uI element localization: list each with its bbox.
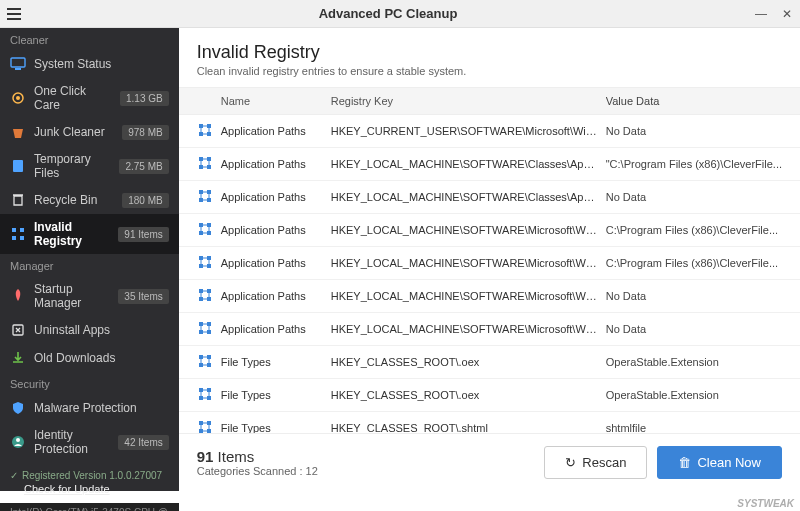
row-name: Application Paths: [221, 257, 331, 269]
shield-icon: [10, 400, 26, 416]
table-header: Name Registry Key Value Data: [179, 87, 800, 115]
section-manager: Manager: [0, 254, 179, 276]
minimize-button[interactable]: —: [748, 0, 774, 28]
sidebar-item-invalid-registry[interactable]: Invalid Registry 91 Items: [0, 214, 179, 254]
table-row[interactable]: Application PathsHKEY_CURRENT_USER\SOFTW…: [179, 115, 800, 148]
row-name: Application Paths: [221, 191, 331, 203]
nav-badge: 2.75 MB: [119, 159, 168, 174]
nav-badge: 35 Items: [118, 289, 168, 304]
svg-rect-7: [12, 236, 16, 240]
row-name: File Types: [221, 356, 331, 368]
table-row[interactable]: File TypesHKEY_CLASSES_ROOT\.oexOperaSta…: [179, 379, 800, 412]
sidebar-item-old-downloads[interactable]: Old Downloads: [0, 344, 179, 372]
registry-icon: [197, 254, 221, 272]
row-name: Application Paths: [221, 323, 331, 335]
svg-rect-35: [207, 297, 211, 301]
svg-rect-39: [207, 330, 211, 334]
nav-label: Recycle Bin: [34, 193, 114, 207]
row-value: OperaStable.Extension: [606, 389, 782, 401]
nav-label: Invalid Registry: [34, 220, 110, 248]
table-row[interactable]: File TypesHKEY_CLASSES_ROOT\.oexOperaSta…: [179, 346, 800, 379]
registry-icon: [197, 386, 221, 404]
svg-rect-49: [207, 421, 211, 425]
svg-rect-32: [199, 289, 203, 293]
nav-label: Startup Manager: [34, 282, 110, 310]
items-count: 91 Items: [197, 448, 535, 465]
registry-icon: [197, 122, 221, 140]
row-value: No Data: [606, 323, 782, 335]
registry-icon: [10, 226, 26, 242]
sidebar-item-recycle-bin[interactable]: Recycle Bin 180 MB: [0, 186, 179, 214]
close-button[interactable]: ✕: [774, 0, 800, 28]
svg-rect-22: [199, 198, 203, 202]
download-icon: [10, 350, 26, 366]
nav-label: One Click Care: [34, 84, 112, 112]
table-row[interactable]: Application PathsHKEY_LOCAL_MACHINE\SOFT…: [179, 148, 800, 181]
rescan-button[interactable]: ↻ Rescan: [544, 446, 647, 479]
row-value: No Data: [606, 191, 782, 203]
nav-badge: 91 Items: [118, 227, 168, 242]
row-name: Application Paths: [221, 224, 331, 236]
svg-rect-4: [13, 160, 23, 172]
row-name: Application Paths: [221, 158, 331, 170]
sidebar-item-junk-cleaner[interactable]: Junk Cleaner 978 MB: [0, 118, 179, 146]
svg-rect-29: [207, 256, 211, 260]
row-name: File Types: [221, 389, 331, 401]
row-key: HKEY_LOCAL_MACHINE\SOFTWARE\Microsoft\Wi…: [331, 290, 606, 302]
svg-rect-45: [207, 388, 211, 392]
sidebar-item-identity-protection[interactable]: Identity Protection 42 Items: [0, 422, 179, 462]
table-row[interactable]: File TypesHKEY_CLASSES_ROOT\.shtmlshtmlf…: [179, 412, 800, 433]
sidebar-item-startup-manager[interactable]: Startup Manager 35 Items: [0, 276, 179, 316]
registry-icon: [197, 155, 221, 173]
svg-rect-34: [199, 297, 203, 301]
uninstall-icon: [10, 322, 26, 338]
identity-icon: [10, 434, 26, 450]
svg-rect-12: [199, 124, 203, 128]
table-row[interactable]: Application PathsHKEY_LOCAL_MACHINE\SOFT…: [179, 247, 800, 280]
trash-icon: 🗑: [678, 455, 691, 470]
check-update-link[interactable]: Check for Update: [0, 483, 179, 503]
svg-rect-21: [207, 190, 211, 194]
junk-icon: [10, 124, 26, 140]
registry-icon: [197, 419, 221, 433]
row-key: HKEY_CLASSES_ROOT\.oex: [331, 389, 606, 401]
table-row[interactable]: Application PathsHKEY_LOCAL_MACHINE\SOFT…: [179, 181, 800, 214]
page-title: Invalid Registry: [197, 42, 782, 63]
nav-label: System Status: [34, 57, 169, 71]
svg-rect-42: [199, 363, 203, 367]
svg-rect-6: [20, 228, 24, 232]
table-row[interactable]: Application PathsHKEY_LOCAL_MACHINE\SOFT…: [179, 214, 800, 247]
row-value: "C:\Program Files (x86)\CleverFile...: [606, 158, 782, 170]
row-key: HKEY_LOCAL_MACHINE\SOFTWARE\Classes\Appl…: [331, 158, 606, 170]
col-value: Value Data: [606, 95, 782, 107]
svg-rect-44: [199, 388, 203, 392]
row-key: HKEY_LOCAL_MACHINE\SOFTWARE\Classes\Appl…: [331, 191, 606, 203]
clean-now-button[interactable]: 🗑 Clean Now: [657, 446, 782, 479]
sidebar-item-one-click-care[interactable]: One Click Care 1.13 GB: [0, 78, 179, 118]
svg-rect-47: [207, 396, 211, 400]
sidebar-item-malware-protection[interactable]: Malware Protection: [0, 394, 179, 422]
trash-icon: [10, 192, 26, 208]
svg-rect-41: [207, 355, 211, 359]
table-row[interactable]: Application PathsHKEY_LOCAL_MACHINE\SOFT…: [179, 313, 800, 346]
nav-badge: 978 MB: [122, 125, 168, 140]
svg-rect-20: [199, 190, 203, 194]
sidebar-item-uninstall-apps[interactable]: Uninstall Apps: [0, 316, 179, 344]
sidebar-item-system-status[interactable]: System Status: [0, 50, 179, 78]
row-key: HKEY_LOCAL_MACHINE\SOFTWARE\Microsoft\Wi…: [331, 224, 606, 236]
section-cleaner: Cleaner: [0, 28, 179, 50]
nav-label: Junk Cleaner: [34, 125, 114, 139]
table-row[interactable]: Application PathsHKEY_LOCAL_MACHINE\SOFT…: [179, 280, 800, 313]
svg-rect-30: [199, 264, 203, 268]
registry-icon: [197, 221, 221, 239]
registry-table[interactable]: Application PathsHKEY_CURRENT_USER\SOFTW…: [179, 115, 800, 433]
svg-rect-17: [207, 157, 211, 161]
svg-rect-8: [20, 236, 24, 240]
svg-rect-15: [207, 132, 211, 136]
menu-button[interactable]: [0, 8, 28, 20]
click-icon: [10, 90, 26, 106]
svg-rect-46: [199, 396, 203, 400]
svg-rect-24: [199, 223, 203, 227]
sidebar-item-temporary-files[interactable]: Temporary Files 2.75 MB: [0, 146, 179, 186]
cpu-info: Intel(R) Core(TM) i5-3470S CPU @ 2.90GHz: [0, 503, 179, 511]
